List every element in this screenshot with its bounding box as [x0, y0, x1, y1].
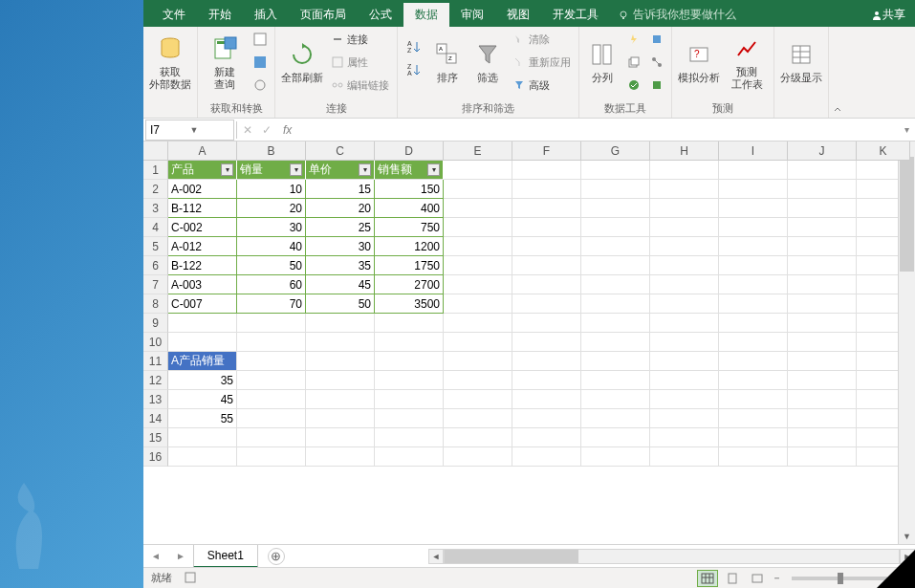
col-header-D[interactable]: D — [375, 142, 444, 161]
cell-C16[interactable] — [306, 447, 375, 467]
tab-insert[interactable]: 插入 — [243, 3, 289, 27]
scroll-thumb[interactable] — [900, 157, 914, 272]
cell-I13[interactable] — [719, 390, 788, 409]
tell-me[interactable]: 告诉我你想要做什么 — [618, 7, 736, 23]
cell-B12[interactable] — [237, 371, 306, 390]
table-cell[interactable]: 30 — [306, 237, 375, 256]
col-header-J[interactable]: J — [788, 142, 857, 161]
cell-C11[interactable] — [306, 352, 375, 371]
page-layout-button[interactable] — [722, 570, 743, 587]
table-cell[interactable]: C-002 — [168, 218, 237, 237]
col-header-C[interactable]: C — [306, 142, 375, 161]
row-header-6[interactable]: 6 — [143, 256, 168, 275]
consolidate-button[interactable] — [646, 29, 667, 50]
chevron-down-icon[interactable]: ▼ — [190, 125, 230, 135]
cell-G8[interactable] — [581, 294, 650, 314]
cell-D9[interactable] — [375, 314, 444, 333]
filter-dropdown-button[interactable]: ▾ — [359, 163, 371, 176]
cell-I6[interactable] — [719, 256, 788, 275]
sheet-tab-1[interactable]: Sheet1 — [193, 545, 258, 568]
cell-A9[interactable] — [168, 314, 237, 333]
cell-I8[interactable] — [719, 294, 788, 314]
zoom-out-button[interactable]: － — [772, 571, 782, 585]
cell-G3[interactable] — [581, 199, 650, 218]
row-header-16[interactable]: 16 — [143, 447, 168, 467]
tab-data[interactable]: 数据 — [403, 3, 449, 27]
cell-I2[interactable] — [719, 180, 788, 199]
cell-a11[interactable]: A产品销量 — [168, 352, 237, 371]
cell-E4[interactable] — [444, 218, 512, 237]
table-cell[interactable]: A-002 — [168, 180, 237, 199]
cell-G16[interactable] — [581, 447, 650, 467]
table-cell[interactable]: 2700 — [375, 275, 444, 294]
tab-dev[interactable]: 开发工具 — [541, 3, 610, 27]
recent-sources-button[interactable] — [250, 75, 271, 96]
cell-J7[interactable] — [788, 275, 857, 294]
cell-G11[interactable] — [581, 352, 650, 371]
scroll-left-button[interactable]: ◄ — [428, 549, 444, 564]
cell-H5[interactable] — [650, 237, 719, 256]
text-to-columns-button[interactable]: 分列 — [583, 29, 621, 96]
row-header-5[interactable]: 5 — [143, 237, 168, 256]
table-cell[interactable]: 15 — [306, 180, 375, 199]
cell-G14[interactable] — [581, 409, 650, 428]
row-header-2[interactable]: 2 — [143, 180, 168, 199]
table-cell[interactable]: 1750 — [375, 256, 444, 275]
cell-F6[interactable] — [512, 256, 581, 275]
table-cell[interactable]: C-007 — [168, 294, 237, 314]
row-header-4[interactable]: 4 — [143, 218, 168, 237]
cell-B11[interactable] — [237, 352, 306, 371]
table-cell[interactable]: 35 — [306, 256, 375, 275]
relationships-button[interactable] — [646, 52, 667, 73]
table-cell[interactable]: 20 — [237, 199, 306, 218]
cell-E2[interactable] — [444, 180, 512, 199]
cell-I15[interactable] — [719, 428, 788, 447]
row-header-13[interactable]: 13 — [143, 390, 168, 409]
cell-J6[interactable] — [788, 256, 857, 275]
cell-G1[interactable] — [581, 161, 650, 180]
spreadsheet-grid[interactable]: ABCDEFGHIJK 12345678910111213141516 产品▾销… — [143, 142, 915, 544]
cell-J4[interactable] — [788, 218, 857, 237]
data-validation-button[interactable] — [623, 75, 644, 96]
cell-H7[interactable] — [650, 275, 719, 294]
cell-H1[interactable] — [650, 161, 719, 180]
cell-C15[interactable] — [306, 428, 375, 447]
cell-J10[interactable] — [788, 333, 857, 352]
table-cell[interactable]: B-112 — [168, 199, 237, 218]
hscroll-thumb[interactable] — [445, 550, 578, 563]
sheet-nav-next[interactable]: ► — [168, 551, 193, 561]
cell-F11[interactable] — [512, 352, 581, 371]
tab-home[interactable]: 开始 — [197, 3, 243, 27]
cell-F16[interactable] — [512, 447, 581, 467]
cell-F3[interactable] — [512, 199, 581, 218]
row-header-9[interactable]: 9 — [143, 314, 168, 333]
cell-A16[interactable] — [168, 447, 237, 467]
cell-H16[interactable] — [650, 447, 719, 467]
cell-H10[interactable] — [650, 333, 719, 352]
cell-E12[interactable] — [444, 371, 512, 390]
from-table-button[interactable] — [250, 52, 271, 73]
expand-formula-bar-button[interactable]: ▾ — [898, 124, 915, 135]
cell-a12[interactable]: 35 — [168, 371, 237, 390]
table-cell[interactable]: B-122 — [168, 256, 237, 275]
table-cell[interactable]: A-012 — [168, 237, 237, 256]
formula-input[interactable] — [297, 120, 898, 141]
table-cell[interactable]: A-003 — [168, 275, 237, 294]
cell-J15[interactable] — [788, 428, 857, 447]
filter-dropdown-button[interactable]: ▾ — [221, 163, 233, 176]
cell-D14[interactable] — [375, 409, 444, 428]
cell-F9[interactable] — [512, 314, 581, 333]
col-header-F[interactable]: F — [512, 142, 581, 161]
row-header-3[interactable]: 3 — [143, 199, 168, 218]
row-header-10[interactable]: 10 — [143, 333, 168, 352]
share-button[interactable]: 共享 — [871, 7, 905, 23]
cell-E7[interactable] — [444, 275, 512, 294]
cell-J12[interactable] — [788, 371, 857, 390]
cell-F10[interactable] — [512, 333, 581, 352]
cell-G6[interactable] — [581, 256, 650, 275]
cell-a14[interactable]: 55 — [168, 409, 237, 428]
cell-G9[interactable] — [581, 314, 650, 333]
cell-G7[interactable] — [581, 275, 650, 294]
cell-E16[interactable] — [444, 447, 512, 467]
cell-B9[interactable] — [237, 314, 306, 333]
